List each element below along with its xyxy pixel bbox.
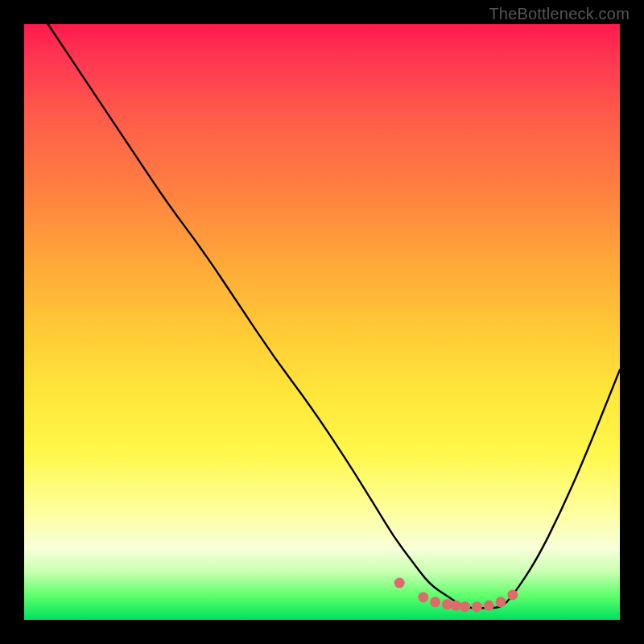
marker-dot xyxy=(460,601,470,612)
marker-dot xyxy=(507,589,518,600)
marker-dot xyxy=(472,601,482,612)
marker-dot xyxy=(451,601,461,611)
chart-plot-area xyxy=(24,24,620,620)
optimal-range-markers xyxy=(394,578,518,613)
marker-dot xyxy=(496,597,506,607)
marker-dot xyxy=(484,601,494,611)
marker-dot xyxy=(394,578,405,588)
watermark-text: TheBottleneck.com xyxy=(489,5,630,23)
bottleneck-curve-line xyxy=(48,24,620,608)
marker-dot xyxy=(430,597,440,607)
marker-dot xyxy=(418,592,428,602)
chart-svg xyxy=(24,24,620,620)
marker-dot xyxy=(442,599,452,609)
